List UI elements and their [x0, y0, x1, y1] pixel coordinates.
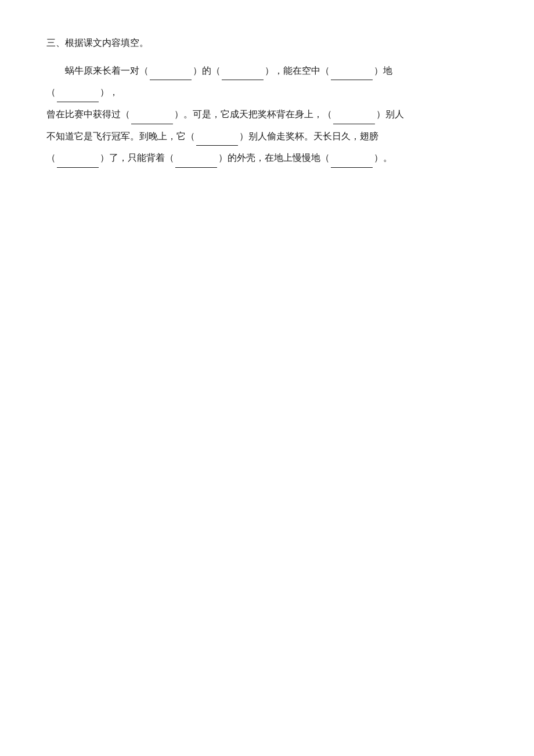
blank-8[interactable] — [57, 157, 99, 168]
blank-5[interactable] — [131, 114, 173, 124]
p1-text3: ），能在空中（ — [265, 66, 330, 75]
blank-6[interactable] — [333, 114, 375, 124]
page: 三、根据课文内容填空。 蜗牛原来长着一对（）的（），能在空中（）地 （）， 曾在… — [0, 0, 534, 756]
paragraph-2-line1: 曾在比赛中获得过（）。可是，它成天把奖杯背在身上，（）别人 — [46, 105, 488, 124]
p1-text6: ）， — [100, 87, 118, 97]
blank-9[interactable] — [175, 157, 217, 168]
blank-3[interactable] — [331, 70, 373, 80]
blank-4[interactable] — [57, 92, 99, 102]
p2-text1: 曾在比赛中获得过（ — [46, 109, 130, 119]
p2-text8: ）的外壳，在地上慢慢地（ — [218, 153, 330, 163]
blank-10[interactable] — [331, 157, 373, 168]
blank-7[interactable] — [196, 135, 238, 146]
p2-text9: ）。 — [374, 153, 392, 163]
paragraph-2-line2: 不知道它是飞行冠军。到晚上，它（）别人偷走奖杯。天长日久，翅膀 — [46, 127, 488, 146]
paragraph-2-line3: （）了，只能背着（）的外壳，在地上慢慢地（）。 — [46, 148, 488, 168]
paragraph-1: 蜗牛原来长着一对（）的（），能在空中（）地 — [46, 61, 488, 81]
p1-text4: ）地 — [374, 66, 392, 75]
p1-text5: （ — [46, 87, 56, 97]
p2-text4: 不知道它是飞行冠军。到晚上，它（ — [46, 131, 195, 141]
p2-text7: ）了，只能背着（ — [100, 153, 174, 163]
blank-1[interactable] — [150, 70, 192, 80]
p1-text2: ）的（ — [193, 66, 221, 75]
paragraph-1-cont: （）， — [46, 82, 488, 102]
p1-text1: 蜗牛原来长着一对（ — [65, 66, 149, 75]
p2-text6: （ — [46, 153, 56, 163]
p2-text5: ）别人偷走奖杯。天长日久，翅膀 — [239, 131, 378, 141]
fill-blank-content: 蜗牛原来长着一对（）的（），能在空中（）地 （）， 曾在比赛中获得过（）。可是，… — [46, 61, 488, 168]
p2-text3: ）别人 — [376, 109, 404, 119]
blank-2[interactable] — [222, 70, 264, 80]
p2-text2: ）。可是，它成天把奖杯背在身上，（ — [174, 109, 332, 119]
section-title: 三、根据课文内容填空。 — [46, 35, 488, 52]
